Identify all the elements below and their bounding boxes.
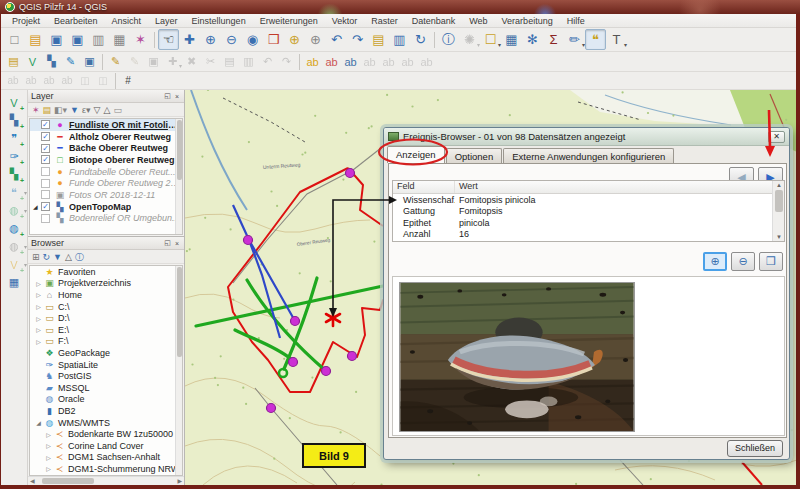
zoom-in-icon[interactable]: ⊕ — [200, 29, 221, 50]
copy-features-icon[interactable]: ▤ — [220, 53, 239, 71]
browser-item[interactable]: ▷≺DGM1-Schummerung NRW — [30, 463, 182, 475]
digitize-options-icon[interactable]: ✚▾ — [163, 53, 182, 71]
filter-legend-icon[interactable]: ▼ — [70, 104, 79, 116]
layer-checkbox[interactable]: ✓ — [41, 202, 50, 211]
add-wms-layer-icon[interactable]: ◍+ — [3, 220, 25, 237]
layer-item[interactable]: ✓●Funde Oberer Reutweg 20... — [30, 177, 182, 189]
change-label-icon[interactable]: ab — [4, 73, 22, 89]
expand-all-icon[interactable]: ▽ — [94, 104, 101, 116]
new-layout-icon[interactable]: ▥ — [88, 29, 109, 50]
identify-features-icon[interactable]: ⓘ — [438, 29, 459, 50]
add-wfs-layer-icon[interactable]: V▾+ — [3, 256, 25, 273]
photo-zoom-extent-button[interactable]: ❒ — [759, 252, 783, 271]
schliessen-button[interactable]: Schließen — [727, 440, 783, 457]
add-raster-layer-icon[interactable]: ▚ — [42, 53, 61, 71]
show-bookmarks-icon[interactable]: ▥ — [389, 29, 410, 50]
browser-item[interactable]: ▷≺Bodenkarte BW 1zu50000 — [30, 428, 182, 440]
browser-item[interactable]: ❖GeoPackage — [30, 347, 182, 359]
table-row[interactable]: Epithetpinicola — [393, 217, 784, 229]
layer-item[interactable]: ✓▣Fotos OR 2018-12-11 — [30, 189, 182, 201]
run-feature-action-icon[interactable]: ✺▾ — [459, 29, 480, 50]
label-options-icon[interactable]: ab — [303, 53, 322, 71]
filter-by-expression-icon[interactable]: ε▾ — [82, 104, 91, 116]
dialog-close-icon[interactable]: ✕ — [768, 131, 785, 143]
menu-erweiterungen[interactable]: Erweiterungen — [253, 14, 325, 28]
zoom-to-selection-icon[interactable]: ⊕ — [284, 29, 305, 50]
new-project-icon[interactable]: □ — [4, 29, 25, 50]
layer-item[interactable]: ✓□Biotope Oberer Reutweg — [30, 154, 182, 166]
menu-einstellungen[interactable]: Einstellungen — [185, 14, 253, 28]
menu-ansicht[interactable]: Ansicht — [105, 14, 149, 28]
filter-browser-icon[interactable]: ▼ — [53, 251, 62, 263]
open-attribute-table-icon[interactable]: ▦ — [501, 29, 522, 50]
browser-item[interactable]: ▷⌂Home — [30, 289, 182, 301]
menu-layer[interactable]: Layer — [148, 14, 185, 28]
collapse-all-icon[interactable]: △ — [103, 104, 110, 116]
menu-vektor[interactable]: Vektor — [325, 14, 365, 28]
browser-item[interactable]: ✑SpatiaLite — [30, 359, 182, 371]
refresh-map-icon[interactable]: ↻ — [410, 29, 431, 50]
browser-item[interactable]: ▷≺Corine Land Cover — [30, 440, 182, 452]
new-shapefile-grid-icon[interactable]: # — [119, 73, 137, 89]
add-wcs-layer-icon[interactable]: ◍▾+ — [3, 238, 25, 255]
add-group-icon[interactable]: ▤ — [43, 104, 52, 116]
select-features-icon[interactable]: ☐▾ — [480, 29, 501, 50]
table-scrollbar[interactable]: ▲▼ — [772, 181, 784, 241]
browser-panel-close-icon[interactable]: × — [173, 240, 181, 247]
layer-item[interactable]: ✓▚Bodenrelief OR Umgebun... — [30, 213, 182, 225]
browser-item[interactable]: ▰MSSQL — [30, 382, 182, 394]
zoom-full-icon[interactable]: ❒ — [263, 29, 284, 50]
menu-projekt[interactable]: Projekt — [5, 14, 47, 28]
add-delimited-text-layer-icon[interactable]: ❞+ — [3, 130, 25, 147]
open-layer-styling-icon[interactable]: ✶ — [32, 104, 40, 116]
remove-layer-icon[interactable]: ▭ — [113, 104, 122, 116]
browser-item[interactable]: ▮DB2 — [30, 405, 182, 417]
layer-checkbox[interactable]: ✓ — [41, 155, 50, 164]
redo-icon[interactable]: ↷ — [277, 53, 296, 71]
zoom-to-layer-icon[interactable]: ⊕ — [305, 29, 326, 50]
field-calculator-icon[interactable]: ✻ — [522, 29, 543, 50]
zoom-next-icon[interactable]: ↷ — [347, 29, 368, 50]
browser-item[interactable]: ▷▭C:\ — [30, 301, 182, 313]
menu-raster[interactable]: Raster — [364, 14, 405, 28]
layer-item[interactable]: ✓●Fundtabelle Oberer Reut... — [30, 166, 182, 178]
menu-bearbeiten[interactable]: Bearbeiten — [47, 14, 105, 28]
layer-checkbox[interactable]: ✓ — [41, 190, 50, 199]
add-mesh-layer-icon[interactable]: ✎ — [61, 53, 80, 71]
layers-panel-close-icon[interactable]: × — [173, 93, 181, 100]
column-header-wert[interactable]: Wert — [455, 181, 784, 193]
table-row[interactable]: Anzahl16 — [393, 229, 784, 241]
measure-line-icon[interactable]: ✏▾ — [564, 29, 585, 50]
new-bookmark-icon[interactable]: ▤ — [368, 29, 389, 50]
label-properties-icon[interactable]: ab — [22, 73, 40, 89]
paste-features-icon[interactable]: ▥ — [239, 53, 258, 71]
layer-item[interactable]: ✓━Altholz Oberer Reutweg — [30, 131, 182, 143]
column-header-feld[interactable]: Feld — [393, 181, 455, 193]
open-project-icon[interactable]: ▤ — [25, 29, 46, 50]
browser-item[interactable]: ◢◍WMS/WMTS — [30, 417, 182, 429]
add-selected-layers-icon[interactable]: ⊞ — [32, 251, 40, 263]
layout-manager-icon[interactable]: ▦ — [109, 29, 130, 50]
browser-item[interactable]: ▷▭D:\ — [30, 312, 182, 324]
collapse-all-icon[interactable]: △ — [65, 251, 72, 263]
browser-item[interactable]: ▷≺DGM1 Sachsen-Anhalt — [30, 452, 182, 464]
move-label-icon[interactable]: ab — [398, 53, 417, 71]
zoom-last-icon[interactable]: ↶ — [326, 29, 347, 50]
refresh-browser-icon[interactable]: ↻ — [43, 251, 51, 263]
layer-labeling-icon[interactable]: ab — [322, 53, 341, 71]
pan-map-icon[interactable]: ☜ — [158, 29, 179, 50]
highlight-labels-icon[interactable]: ab — [379, 53, 398, 71]
properties-widget-icon[interactable]: ⓘ — [75, 251, 84, 263]
browser-panel-float-icon[interactable]: ◱ — [162, 239, 173, 247]
toggle-editing-icon[interactable]: ✎ — [125, 53, 144, 71]
new-virtual-layer-icon[interactable]: ▦ — [3, 274, 25, 291]
tab-optionen[interactable]: Optionen — [446, 148, 503, 163]
browser-hscrollbar[interactable]: ◀▶ — [28, 476, 184, 485]
layers-scrollbar[interactable] — [175, 119, 182, 234]
layer-checkbox[interactable]: ✓ — [41, 214, 50, 223]
table-row[interactable]: Wissenschaf...Fomitopsis pinicola — [393, 194, 784, 206]
photo-zoom-in-button[interactable]: ⊕ — [703, 252, 727, 271]
browser-item[interactable]: ▷▭E:\ — [30, 324, 182, 336]
layer-item[interactable]: ✓●Fundliste OR mit Fotolinks — [30, 119, 182, 131]
add-vector-layer-icon[interactable]: V — [23, 53, 42, 71]
